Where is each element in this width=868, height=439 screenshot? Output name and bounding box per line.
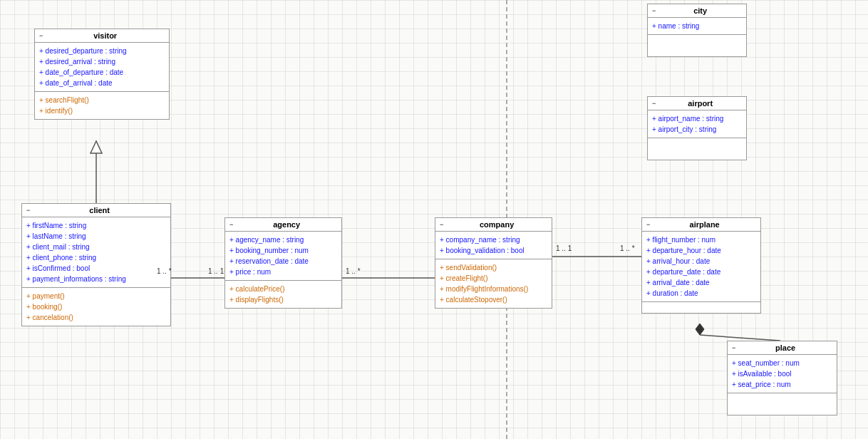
method-company-4: + calculateStopover() xyxy=(440,294,547,305)
attr-visitor-3: + date_of_departure : date xyxy=(39,67,165,78)
svg-marker-7 xyxy=(696,324,704,335)
method-visitor-1: + searchFlight() xyxy=(39,95,165,105)
attr-airplane-1: + flight_number : num xyxy=(646,234,756,245)
attr-agency-1: + agency_name : string xyxy=(229,234,337,245)
minimize-icon: − xyxy=(732,344,735,351)
method-agency-1: + calculatePrice() xyxy=(229,284,337,294)
attr-airplane-3: + arrival_hour : date xyxy=(646,256,756,267)
attr-airplane-5: + arrival_date : date xyxy=(646,277,756,288)
class-place-attributes: + seat_number : num + isAvailable : bool… xyxy=(728,355,837,393)
attr-visitor-1: + desired_departure : string xyxy=(39,46,165,56)
class-agency-header: − agency xyxy=(225,218,341,232)
attr-visitor-2: + desired_arrival : string xyxy=(39,56,165,67)
attr-airplane-6: + duration : date xyxy=(646,288,756,299)
class-place-methods xyxy=(728,393,837,415)
class-client: − client + firstName : string + lastName… xyxy=(21,203,171,326)
class-place-header: − place xyxy=(728,341,837,355)
attr-client-4: + client_phone : string xyxy=(26,252,166,263)
multiplicity-client-right: 1 .. 1 xyxy=(208,267,224,275)
svg-marker-1 xyxy=(91,141,102,153)
class-visitor: − visitor + desired_departure : string +… xyxy=(34,29,170,120)
class-airport-title: airport xyxy=(658,99,742,108)
method-company-2: + createFlight() xyxy=(440,273,547,284)
class-city: − city + name : string xyxy=(647,4,747,57)
attr-place-3: + seat_price : num xyxy=(732,379,832,390)
minimize-icon: − xyxy=(26,207,30,214)
class-visitor-title: visitor xyxy=(46,31,165,40)
attr-agency-2: + booking_number : num xyxy=(229,245,337,256)
class-company-attributes: + company_name : string + booking_valida… xyxy=(435,232,552,259)
uml-canvas: − city + name : string − airport + airpo… xyxy=(0,0,868,439)
class-city-methods xyxy=(648,35,746,56)
class-airplane-title: airplane xyxy=(653,220,756,229)
method-visitor-2: + identify() xyxy=(39,105,165,116)
class-airplane-header: − airplane xyxy=(642,218,760,232)
attr-city-1: + name : string xyxy=(652,21,742,31)
attr-client-5: + isConfirmed : bool xyxy=(26,263,166,274)
multiplicity-company-airplane-right: 1 .. * xyxy=(620,244,635,252)
attr-place-1: + seat_number : num xyxy=(732,358,832,368)
class-client-title: client xyxy=(33,206,166,215)
class-agency-attributes: + agency_name : string + booking_number … xyxy=(225,232,341,281)
class-airplane-attributes: + flight_number : num + departure_hour :… xyxy=(642,232,760,302)
class-airport-header: − airport xyxy=(648,97,746,110)
minimize-icon: − xyxy=(652,7,656,14)
svg-line-6 xyxy=(700,335,780,341)
class-airplane-methods xyxy=(642,302,760,313)
class-city-header: − city xyxy=(648,4,746,18)
minimize-icon: − xyxy=(440,221,443,228)
class-client-header: − client xyxy=(22,204,170,217)
method-client-2: + booking() xyxy=(26,301,166,312)
attr-place-2: + isAvailable : bool xyxy=(732,368,832,379)
class-airport: − airport + airport_name : string + airp… xyxy=(647,96,747,160)
class-company-header: − company xyxy=(435,218,552,232)
class-client-methods: + payment() + booking() + cancelation() xyxy=(22,288,170,326)
class-agency-title: agency xyxy=(236,220,337,229)
attr-agency-3: + reservation_date : date xyxy=(229,256,337,267)
class-client-attributes: + firstName : string + lastName : string… xyxy=(22,217,170,288)
attr-airplane-4: + departure_date : date xyxy=(646,267,756,277)
class-company-title: company xyxy=(446,220,547,229)
attr-airplane-2: + departure_hour : date xyxy=(646,245,756,256)
attr-airport-1: + airport_name : string xyxy=(652,113,742,124)
attr-client-3: + client_mail : string xyxy=(26,242,166,252)
minimize-icon: − xyxy=(652,100,656,107)
attr-client-1: + firstName : string xyxy=(26,220,166,231)
class-company-methods: + sendValidation() + createFlight() + mo… xyxy=(435,259,552,308)
class-place: − place + seat_number : num + isAvailabl… xyxy=(727,341,837,415)
minimize-icon: − xyxy=(229,221,233,228)
method-client-1: + payment() xyxy=(26,291,166,301)
class-airport-attributes: + airport_name : string + airport_city :… xyxy=(648,110,746,138)
attr-company-1: + company_name : string xyxy=(440,234,547,245)
class-airplane: − airplane + flight_number : num + depar… xyxy=(641,217,761,314)
minimize-icon: − xyxy=(646,221,650,228)
class-visitor-methods: + searchFlight() + identify() xyxy=(35,92,169,119)
method-company-1: + sendValidation() xyxy=(440,262,547,273)
method-client-3: + cancelation() xyxy=(26,312,166,323)
class-agency-methods: + calculatePrice() + displayFlights() xyxy=(225,281,341,308)
attr-client-2: + lastName : string xyxy=(26,231,166,242)
attr-airport-2: + airport_city : string xyxy=(652,124,742,135)
class-visitor-attributes: + desired_departure : string + desired_a… xyxy=(35,43,169,92)
attr-agency-4: + price : num xyxy=(229,267,337,277)
multiplicity-company-airplane-left: 1 .. 1 xyxy=(556,244,572,252)
attr-visitor-4: + date_of_arrival : date xyxy=(39,78,165,88)
class-visitor-header: − visitor xyxy=(35,29,169,43)
class-city-attributes: + name : string xyxy=(648,18,746,35)
attr-company-2: + booking_validation : bool xyxy=(440,245,547,256)
multiplicity-client-left: 1 .. * xyxy=(157,267,172,275)
multiplicity-agency-left: 1 .. * xyxy=(346,267,361,275)
class-airport-methods xyxy=(648,138,746,160)
minimize-icon: − xyxy=(39,32,43,39)
method-agency-2: + displayFlights() xyxy=(229,294,337,305)
method-company-3: + modifyFlightInformations() xyxy=(440,284,547,294)
class-city-title: city xyxy=(658,6,742,15)
class-agency: − agency + agency_name : string + bookin… xyxy=(224,217,342,309)
attr-client-6: + payment_informations : string xyxy=(26,274,166,284)
class-place-title: place xyxy=(738,344,832,352)
class-company: − company + company_name : string + book… xyxy=(435,217,552,309)
